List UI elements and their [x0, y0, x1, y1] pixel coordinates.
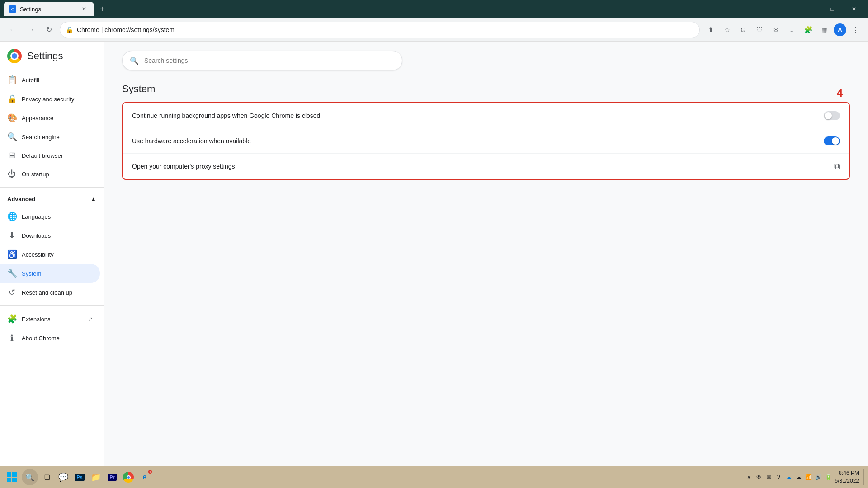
tray-v-icon[interactable]: V	[774, 473, 783, 482]
sidebar-item-label: Default browser	[22, 152, 63, 159]
address-bar[interactable]: 🔒 Chrome | chrome://settings/system	[60, 22, 700, 38]
svg-rect-0	[7, 472, 11, 477]
startup-icon: ⏻	[7, 169, 16, 179]
forward-button[interactable]: →	[24, 23, 38, 37]
minimize-button[interactable]: –	[800, 0, 821, 18]
tray-mail-icon[interactable]: ✉	[764, 473, 774, 482]
menu-button[interactable]: ⋮	[848, 23, 863, 37]
background-apps-text: Continue running background apps when Go…	[132, 112, 824, 119]
edge-taskbar-button[interactable]: e 1	[137, 470, 152, 484]
address-security-icon: 🔒	[66, 26, 73, 33]
proxy-settings-text: Open your computer's proxy settings	[132, 163, 834, 170]
search-input[interactable]	[144, 57, 395, 64]
windows-logo-icon	[7, 472, 17, 482]
show-desktop-button[interactable]	[863, 469, 864, 485]
start-button[interactable]	[4, 469, 20, 485]
premiere-button[interactable]: Pr	[105, 470, 119, 484]
maximize-button[interactable]: □	[822, 0, 843, 18]
sidebar-divider-2	[0, 305, 104, 306]
appearance-icon: 🎨	[7, 113, 16, 123]
tray-wifi-icon[interactable]: 📶	[804, 473, 813, 482]
sidebar-item-label: Downloads	[22, 232, 51, 239]
search-icon: 🔍	[130, 56, 139, 65]
extension-jira[interactable]: J	[785, 23, 799, 37]
taskbar-clock[interactable]: 8:46 PM 5/31/2022	[835, 469, 859, 485]
active-tab[interactable]: ⚙ Settings ✕	[4, 2, 94, 16]
sidebar-item-autofill[interactable]: 📋 Autofill	[0, 70, 100, 89]
sidebar-button[interactable]: ▦	[817, 23, 832, 37]
share-button[interactable]: ⬆	[703, 23, 718, 37]
extension-gmail[interactable]: ✉	[769, 23, 783, 37]
bookmark-button[interactable]: ☆	[720, 23, 734, 37]
sidebar-item-privacy[interactable]: 🔒 Privacy and security	[0, 89, 100, 108]
sidebar-item-label: Accessibility	[22, 251, 54, 258]
languages-icon: 🌐	[7, 211, 16, 221]
sidebar-divider	[0, 187, 104, 188]
taskbar-date-text: 5/31/2022	[835, 477, 859, 485]
advanced-section-header[interactable]: Advanced ▲	[0, 191, 104, 207]
settings-main: 🔍 System 4 Continue running background a…	[104, 42, 868, 466]
files-icon: 📁	[91, 472, 101, 482]
downloads-icon: ⬇	[7, 230, 16, 240]
taskbar-time-text: 8:46 PM	[835, 469, 859, 477]
sidebar-item-search[interactable]: 🔍 Search engine	[0, 127, 100, 146]
reset-icon: ↺	[7, 287, 16, 297]
chat-button[interactable]: 💬	[56, 470, 71, 484]
accessibility-icon: ♿	[7, 249, 16, 259]
notification-badge: 1	[148, 470, 152, 474]
tray-volume-icon[interactable]: 🔊	[814, 473, 823, 482]
sidebar-item-extensions[interactable]: 🧩 Extensions ↗	[0, 310, 100, 328]
close-button[interactable]: ✕	[844, 0, 864, 18]
content-area: Settings 📋 Autofill 🔒 Privacy and securi…	[0, 42, 868, 466]
sidebar-item-languages[interactable]: 🌐 Languages	[0, 207, 100, 226]
settings-search-bar[interactable]: 🔍	[122, 51, 402, 70]
task-view-button[interactable]: ❑	[40, 470, 54, 484]
tray-battery-icon[interactable]: 🔋	[824, 473, 833, 482]
settings-title: Settings	[0, 45, 104, 70]
back-button[interactable]: ←	[5, 23, 20, 37]
tray-expand-button[interactable]: ∧	[745, 473, 754, 482]
extensions-button[interactable]: 🧩	[801, 23, 816, 37]
sidebar-item-downloads[interactable]: ⬇ Downloads	[0, 226, 100, 245]
extension-grammarly[interactable]: G	[736, 23, 750, 37]
search-engine-icon: 🔍	[7, 132, 16, 142]
reload-button[interactable]: ↻	[42, 23, 56, 37]
sidebar-item-default-browser[interactable]: 🖥 Default browser	[0, 146, 100, 165]
sidebar-item-about[interactable]: ℹ About Chrome	[0, 328, 100, 347]
tray-eye-icon[interactable]: 👁	[755, 473, 764, 482]
sidebar-item-startup[interactable]: ⏻ On startup	[0, 165, 100, 183]
svg-rect-2	[7, 478, 11, 482]
sidebar-item-label: Extensions	[22, 316, 51, 323]
hardware-acceleration-toggle[interactable]	[824, 136, 840, 145]
tab-close-button[interactable]: ✕	[80, 5, 89, 14]
titlebar: ⚙ Settings ✕ + – □ ✕	[0, 0, 868, 18]
sidebar-item-accessibility[interactable]: ♿ Accessibility	[0, 245, 100, 264]
sidebar-item-appearance[interactable]: 🎨 Appearance	[0, 108, 100, 127]
background-apps-row[interactable]: Continue running background apps when Go…	[123, 103, 849, 128]
external-link-icon: ⧉	[834, 162, 840, 171]
default-browser-icon: 🖥	[7, 151, 16, 160]
taskbar-search-button[interactable]: 🔍	[22, 469, 38, 485]
sidebar-item-reset[interactable]: ↺ Reset and clean up	[0, 283, 100, 302]
profile-button[interactable]: A	[834, 23, 846, 36]
sidebar-item-label: System	[22, 270, 41, 277]
tray-onedrive-icon[interactable]: ☁	[784, 473, 793, 482]
extensions-external-icon: ↗	[88, 316, 93, 322]
proxy-settings-row[interactable]: Open your computer's proxy settings ⧉	[123, 154, 849, 179]
chat-icon: 💬	[58, 472, 68, 482]
system-tray-icons: ∧ 👁 ✉ V ☁ ☁ 📶 🔊 🔋	[745, 473, 833, 482]
hardware-acceleration-row[interactable]: Use hardware acceleration when available	[123, 128, 849, 154]
new-tab-button[interactable]: +	[96, 3, 108, 15]
tray-cloud-icon[interactable]: ☁	[794, 473, 803, 482]
extension-vpn[interactable]: 🛡	[752, 23, 767, 37]
sidebar-item-system[interactable]: 🔧 System	[0, 264, 100, 283]
photoshop-button[interactable]: Ps	[72, 470, 87, 484]
privacy-icon: 🔒	[7, 94, 16, 104]
taskbar-search-icon: 🔍	[25, 473, 34, 482]
files-button[interactable]: 📁	[89, 470, 103, 484]
chrome-taskbar-button[interactable]	[121, 470, 136, 484]
about-icon: ℹ	[7, 333, 16, 343]
background-apps-toggle[interactable]	[824, 111, 840, 120]
svg-rect-3	[12, 478, 17, 482]
sidebar-item-label: Search engine	[22, 134, 60, 141]
